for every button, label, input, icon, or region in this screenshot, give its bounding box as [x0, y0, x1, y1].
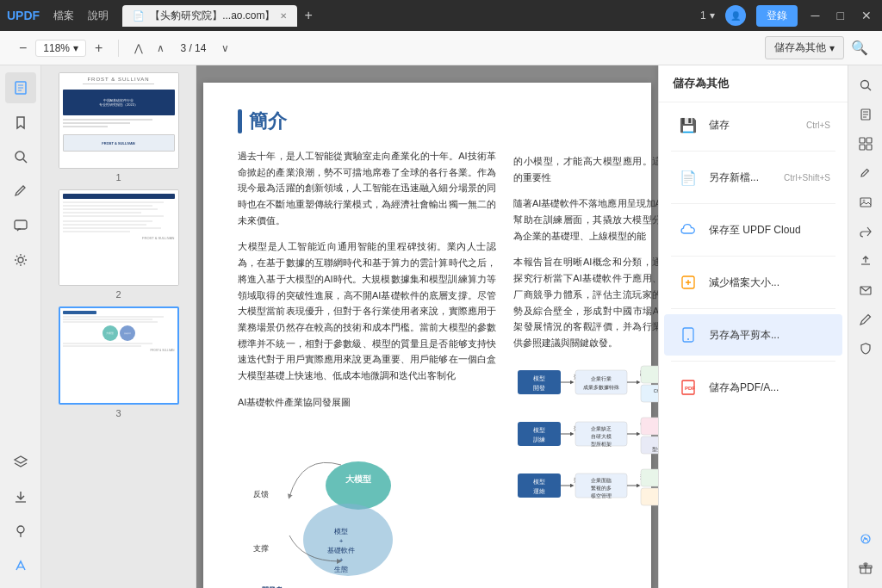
sidebar-icon-annotate[interactable]: [5, 176, 36, 207]
thumb-page-1[interactable]: FROST & SULLIVAN 中国AI基础软件行业专业性研究报告（2023）…: [59, 72, 179, 169]
thumb2-l6: [63, 220, 152, 222]
pdf-icon: PDF: [676, 375, 700, 399]
close-button[interactable]: ✕: [858, 7, 875, 24]
save-new-icon: 📄: [676, 165, 700, 189]
nav-first-button[interactable]: ⋀: [129, 40, 148, 56]
separator-1: [118, 40, 119, 57]
user-avatar: 👤: [725, 5, 746, 26]
right-icon-edit[interactable]: [853, 306, 879, 332]
svg-line-5: [23, 159, 27, 163]
maximize-button[interactable]: □: [834, 7, 848, 24]
sidebar-icon-download[interactable]: [5, 481, 36, 512]
svg-point-32: [862, 200, 865, 202]
right-para-2: 隨著AI基礎軟件不落地應用呈現加AI基礎軟件可幫助在訓練層面，其撬放大模型分布式…: [513, 195, 658, 244]
thumb3-circle1: 大模型: [102, 325, 118, 341]
svg-rect-6: [15, 220, 27, 229]
page-content: 簡介 過去十年，是人工智能從實驗室走向產業化的十年。AI技術革命掀起的產業浪潮，…: [238, 108, 617, 588]
rb2-t3: 型分布式訓練框架: [652, 447, 658, 452]
thumbnail-2[interactable]: FROST & SULLIVAN 2: [48, 189, 189, 300]
sidebar-icon-pin[interactable]: [5, 516, 36, 547]
frost-logo: FROST & SULLIVAN: [59, 73, 178, 82]
active-tab[interactable]: 📄 【头豹研究院】...ao.com】 ✕: [122, 5, 297, 27]
right-icon-share[interactable]: [853, 219, 879, 244]
save-as-button[interactable]: 儲存為其他 ▾: [765, 36, 844, 59]
right-icon-ai[interactable]: [853, 526, 879, 552]
ent2-t3: 型所框架: [591, 442, 612, 447]
sidebar-icon-search[interactable]: [5, 141, 36, 172]
save-item-save[interactable]: 💾 儲存 Ctrl+S: [664, 104, 842, 145]
right-box1-1: [641, 366, 658, 383]
sidebar-icon-settings[interactable]: [5, 244, 36, 275]
ent2-t2: 自研大模: [591, 434, 612, 439]
right-icon-ocr[interactable]: [853, 131, 879, 157]
login-button[interactable]: 登錄: [756, 5, 798, 27]
right-icon-annotate[interactable]: [853, 160, 879, 186]
thumb-page-3[interactable]: 大模型 基础软件 FROST & SULLIVAN: [59, 306, 179, 405]
menu-help[interactable]: 說明: [88, 9, 109, 23]
right-icon-search[interactable]: [853, 72, 879, 98]
thumb1-header: 中国AI基础软件行业专业性研究报告（2023）: [63, 90, 175, 115]
save-item-cloud[interactable]: 保存至 UPDF Cloud: [664, 209, 842, 251]
thumb2-footer: FROST & SULLIVAN: [63, 236, 175, 240]
document-page: 簡介 過去十年，是人工智能從實驗室走向產業化的十年。AI技術革命掀起的產業浪潮，…: [203, 83, 651, 588]
sep2: [671, 203, 835, 204]
right-sidebar: [848, 65, 882, 588]
ent3-t2: 繁複的多: [591, 486, 612, 491]
sidebar-icon-ai[interactable]: [5, 550, 36, 581]
thumb2-l4: [63, 212, 141, 214]
sidebar-icon-layers[interactable]: [5, 447, 36, 478]
zoom-out-button[interactable]: −: [14, 39, 32, 58]
tab-add-button[interactable]: +: [297, 4, 319, 27]
paragraph-1: 過去十年，是人工智能從實驗室走向產業化的十年。AI技術革命掀起的產業浪潮，勢不可…: [238, 148, 496, 228]
save-new-shortcut: Ctrl+Shift+S: [784, 173, 830, 183]
search-toolbar-icon[interactable]: 🔍: [851, 40, 868, 56]
right-icon-email[interactable]: [853, 277, 879, 303]
model-dev-t2: 開發: [533, 385, 545, 391]
left-column: 簡介 過去十年，是人工智能從實驗室走向產業化的十年。AI技術革命掀起的產業浪潮，…: [238, 108, 496, 588]
right-icon-document[interactable]: [853, 102, 879, 127]
thumb-content-2: FROST & SULLIVAN: [59, 190, 178, 285]
thumb3-circle2: 基础软件: [120, 325, 135, 341]
save-item-tablet[interactable]: 另存為平剪本...: [664, 314, 842, 356]
document-viewer[interactable]: 簡介 過去十年，是人工智能從實驗室走向產業化的十年。AI技術革命掀起的產業浪潮，…: [196, 65, 658, 588]
thumb2-l9: [63, 231, 130, 232]
nav-prev-button[interactable]: ∧: [152, 40, 170, 56]
thumbnail-1[interactable]: FROST & SULLIVAN 中国AI基础软件行业专业性研究报告（2023）…: [48, 72, 189, 183]
thumb-page-2[interactable]: FROST & SULLIVAN: [59, 189, 179, 286]
save-item-reduce[interactable]: 減少檔案大小...: [664, 262, 842, 303]
right-box2-1: [641, 418, 658, 435]
sidebar-icon-pages[interactable]: [5, 72, 36, 103]
svg-rect-29: [860, 145, 865, 150]
right-icon-upload[interactable]: [853, 248, 879, 274]
window-controls: ─ □ ✕: [808, 7, 875, 24]
right-diagram: 模型 開發 落地 企業行業 成業多數據特殊 調整: [513, 362, 658, 588]
model-label: 模型: [334, 528, 348, 535]
reduce-label: 減少檔案大小...: [709, 275, 830, 290]
titlebar-right: 1 ▾ 👤 登錄 ─ □ ✕: [700, 5, 875, 27]
zoom-in-button[interactable]: +: [90, 39, 108, 58]
zoom-level-display[interactable]: 118% ▾: [35, 40, 86, 57]
thumbnail-3[interactable]: 大模型 基础软件 FROST & SULLIVAN 3: [48, 306, 189, 418]
title-bar-indicator: [238, 109, 242, 133]
tablet-label: 另存為平剪本...: [709, 328, 830, 343]
thumb-content-1: FROST & SULLIVAN 中国AI基础软件行业专业性研究报告（2023）…: [59, 73, 178, 168]
nav-next-button[interactable]: ∨: [216, 40, 234, 56]
sidebar-icon-comment[interactable]: [5, 210, 36, 241]
tablet-icon: [676, 323, 700, 347]
menu-file[interactable]: 檔案: [53, 9, 74, 23]
sidebar-icon-bookmark[interactable]: [5, 107, 36, 138]
right-icon-gift[interactable]: [853, 555, 879, 581]
right-icon-image[interactable]: [853, 189, 879, 215]
save-item-new[interactable]: 📄 另存新檔... Ctrl+Shift+S: [664, 157, 842, 198]
cloud-label: 保存至 UPDF Cloud: [709, 223, 830, 238]
save-new-label: 另存新檔...: [709, 170, 775, 185]
thumb3-diagram: 大模型 基础软件: [63, 325, 175, 341]
thumb3-l2: [63, 319, 152, 320]
minimize-button[interactable]: ─: [808, 7, 823, 24]
thumb2-l5: [63, 215, 164, 217]
save-item-pdf[interactable]: PDF 儲存為PDF/A...: [664, 367, 842, 408]
page-count-dropdown-icon[interactable]: ▾: [710, 9, 715, 22]
tab-close-button[interactable]: ✕: [280, 11, 287, 21]
right-icon-security[interactable]: [853, 336, 879, 362]
thumb3-l1: [63, 316, 164, 318]
